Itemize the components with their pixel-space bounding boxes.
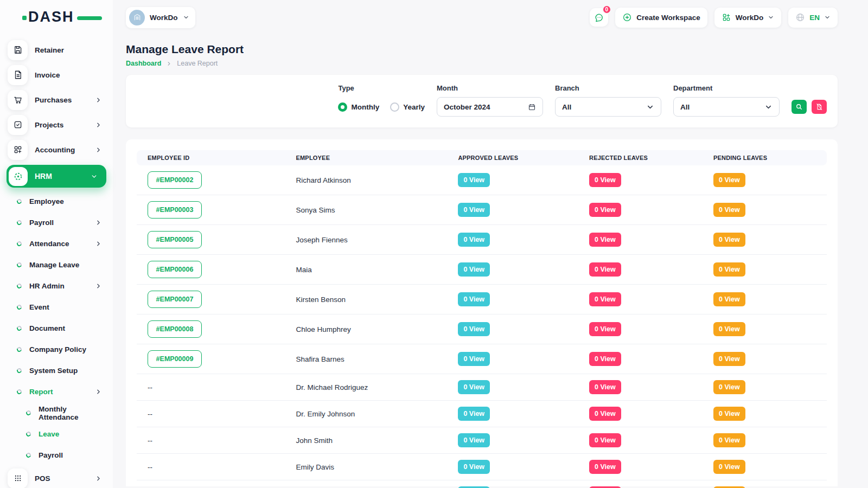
pending-view-badge[interactable]: 0 View — [713, 173, 745, 187]
department-select[interactable]: All — [673, 97, 780, 117]
rejected-view-badge[interactable]: 0 View — [589, 352, 621, 366]
radio-monthly[interactable]: Monthly — [338, 102, 379, 112]
month-input[interactable]: October 2024 — [437, 97, 543, 117]
pending-view-badge[interactable]: 0 View — [713, 407, 745, 421]
messages-button[interactable]: 0 — [590, 8, 608, 27]
sidebar-item-label: Payroll — [29, 219, 54, 227]
approved-view-badge[interactable]: 0 View — [458, 292, 490, 306]
pending-view-badge[interactable]: 0 View — [713, 292, 745, 306]
rejected-view-badge[interactable]: 0 View — [589, 407, 621, 421]
sidebar-item-pos[interactable]: POS — [0, 466, 113, 488]
bullet-icon — [16, 389, 23, 395]
pending-view-badge[interactable]: 0 View — [713, 460, 745, 474]
search-icon — [795, 103, 803, 111]
employee-id-badge[interactable]: #EMP00003 — [148, 201, 202, 219]
sidebar-item-hrm[interactable]: HRM — [7, 165, 106, 188]
sidebar-item-employee[interactable]: Employee — [0, 191, 113, 212]
sidebar-item-accounting[interactable]: Accounting — [0, 137, 113, 162]
radio-yearly-control[interactable] — [390, 102, 399, 112]
logo-dot-accent — [22, 16, 27, 20]
breadcrumb-dashboard-link[interactable]: Dashboard — [126, 60, 161, 67]
rejected-view-badge[interactable]: 0 View — [589, 380, 621, 394]
logo-text: DASH — [28, 9, 74, 25]
employee-id-badge[interactable]: #EMP00005 — [148, 231, 202, 248]
approved-view-badge[interactable]: 0 View — [458, 460, 490, 474]
sidebar-item-invoice[interactable]: Invoice — [0, 62, 113, 87]
bullet-icon — [25, 452, 32, 459]
sidebar-item-payroll[interactable]: Payroll — [0, 445, 113, 466]
rejected-view-badge[interactable]: 0 View — [589, 203, 621, 217]
rejected-view-badge[interactable]: 0 View — [589, 173, 621, 187]
rejected-view-badge[interactable]: 0 View — [589, 433, 621, 447]
rejected-view-badge[interactable]: 0 View — [589, 233, 621, 247]
sidebar-item-document[interactable]: Document — [0, 318, 113, 339]
radio-monthly-control[interactable] — [338, 102, 347, 112]
workspace-switcher[interactable]: WorkDo — [126, 7, 195, 28]
sidebar-item-system-setup[interactable]: System Setup — [0, 360, 113, 381]
sidebar-item-company-policy[interactable]: Company Policy — [0, 339, 113, 360]
branch-select[interactable]: All — [555, 97, 661, 117]
create-workspace-label: Create Workspace — [636, 14, 700, 22]
rejected-view-badge[interactable]: 0 View — [589, 262, 621, 277]
sidebar-item-report[interactable]: Report — [0, 381, 113, 402]
create-workspace-button[interactable]: Create Workspace — [615, 8, 707, 28]
rejected-view-badge[interactable]: 0 View — [589, 292, 621, 306]
sidebar-item-payroll[interactable]: Payroll — [0, 212, 113, 233]
sidebar-item-monthly-attendance[interactable]: Monthly Attendance — [0, 402, 113, 423]
page-title: Manage Leave Report — [126, 42, 838, 56]
projects-icon — [8, 115, 28, 135]
search-button[interactable] — [792, 100, 807, 114]
radio-yearly[interactable]: Yearly — [390, 102, 425, 112]
employee-id-empty: -- — [148, 410, 152, 418]
approved-view-badge[interactable]: 0 View — [458, 407, 490, 421]
pending-view-badge[interactable]: 0 View — [713, 380, 745, 394]
language-code: EN — [809, 14, 820, 22]
bullet-icon — [16, 304, 23, 311]
employee-id-badge[interactable]: #EMP00007 — [148, 291, 202, 308]
approved-view-badge[interactable]: 0 View — [458, 433, 490, 447]
approved-view-badge[interactable]: 0 View — [458, 233, 490, 247]
sidebar-item-event[interactable]: Event — [0, 297, 113, 318]
sidebar-item-hr-admin[interactable]: HR Admin — [0, 275, 113, 297]
language-selector[interactable]: EN — [788, 8, 838, 28]
employee-id-badge[interactable]: #EMP00002 — [148, 171, 202, 189]
chevron-right-icon — [95, 282, 102, 290]
employee-id-badge[interactable]: #EMP00006 — [148, 261, 202, 278]
month-label: Month — [437, 84, 543, 92]
table-row: --Dr. Emily Johnson0 View0 View0 View — [137, 401, 827, 427]
approved-view-badge[interactable]: 0 View — [458, 380, 490, 394]
sidebar-item-attendance[interactable]: Attendance — [0, 233, 113, 254]
pending-view-badge[interactable]: 0 View — [713, 322, 745, 336]
pending-view-badge[interactable]: 0 View — [713, 433, 745, 447]
sidebar-item-manage-leave[interactable]: Manage Leave — [0, 254, 113, 275]
pending-leaves-cell: 0 View — [703, 480, 827, 488]
approved-view-badge[interactable]: 0 View — [458, 203, 490, 217]
pending-view-badge[interactable]: 0 View — [713, 233, 745, 247]
approved-view-badge[interactable]: 0 View — [458, 262, 490, 277]
sidebar-item-purchases[interactable]: Purchases — [0, 87, 113, 112]
employee-id-badge[interactable]: #EMP00009 — [148, 350, 202, 368]
approved-view-badge[interactable]: 0 View — [458, 322, 490, 336]
bullet-icon — [16, 198, 23, 205]
pending-view-badge[interactable]: 0 View — [713, 352, 745, 366]
pending-view-badge[interactable]: 0 View — [713, 262, 745, 277]
sidebar-item-retainer[interactable]: Retainer — [0, 37, 113, 62]
table-row: #EMP00006Maia0 View0 View0 View — [137, 255, 827, 285]
pending-leaves-cell: 0 View — [703, 195, 827, 225]
reset-filter-button[interactable] — [812, 100, 827, 114]
employee-name: Emily Davis — [296, 463, 334, 471]
sidebar-item-leave[interactable]: Leave — [0, 423, 113, 445]
app-logo[interactable]: DASH — [28, 9, 88, 25]
approved-view-badge[interactable]: 0 View — [458, 352, 490, 366]
rejected-leaves-cell: 0 View — [578, 225, 703, 255]
rejected-view-badge[interactable]: 0 View — [589, 322, 621, 336]
chevron-down-icon — [91, 173, 98, 180]
pending-view-badge[interactable]: 0 View — [713, 203, 745, 217]
approved-view-badge[interactable]: 0 View — [458, 173, 490, 187]
workdo-menu-button[interactable]: WorkDo — [714, 8, 782, 28]
sidebar-item-projects[interactable]: Projects — [0, 112, 113, 137]
rejected-view-badge[interactable]: 0 View — [589, 460, 621, 474]
sidebar-item-label: Manage Leave — [29, 261, 79, 269]
employee-id-badge[interactable]: #EMP00008 — [148, 320, 202, 338]
employee-name-cell: James Brown — [285, 480, 447, 488]
